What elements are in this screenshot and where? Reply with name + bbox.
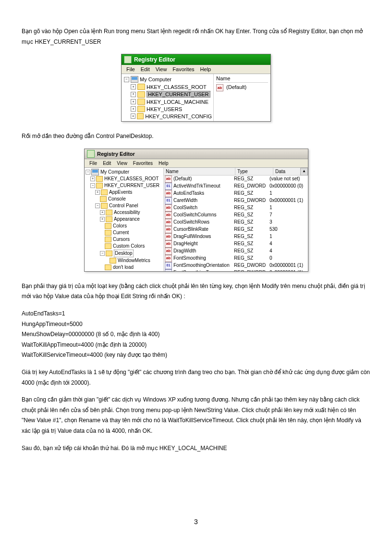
menu-view[interactable]: View — [114, 160, 130, 166]
expand-icon[interactable]: + — [90, 176, 95, 181]
expand-icon[interactable]: + — [131, 84, 136, 89]
node-label: Custom Colors — [113, 243, 145, 250]
title-bar[interactable]: Registry Editor — [122, 54, 270, 65]
expand-icon[interactable]: + — [131, 113, 135, 119]
expand-icon[interactable]: + — [131, 92, 136, 97]
string-value-icon: ab — [165, 240, 172, 248]
value-type: REG_SZ — [232, 219, 268, 226]
tree-node[interactable]: −HKEY_CURRENT_USER — [86, 182, 162, 189]
registry-editor-window-2: Registry Editor File Edit View Favorites… — [84, 149, 308, 272]
expand-icon[interactable]: + — [95, 190, 100, 195]
value-row[interactable]: abDragWidthREG_SZ4 — [164, 248, 308, 255]
tree-node[interactable]: Cursors — [86, 236, 162, 243]
menu-help[interactable]: Help — [156, 160, 172, 166]
value-row[interactable]: 01FontSmoothingOrientationREG_DWORD0x000… — [164, 262, 308, 269]
menu-file[interactable]: File — [86, 160, 100, 166]
tree-node[interactable]: GWHotKey — [86, 271, 162, 271]
column-header-name[interactable]: Name — [164, 168, 235, 175]
kv-hungapptimeout: HungAppTimeout=5000 — [22, 319, 370, 330]
column-header-name[interactable]: Name — [216, 75, 268, 83]
paragraph-6: Sau đó, bạn xử tiếp cái khoản thứ hai. Đ… — [22, 443, 370, 454]
tree-node[interactable]: WindowMetrics — [86, 257, 162, 264]
tree-node[interactable]: −Control Panel — [86, 202, 162, 209]
value-row[interactable]: abAutoEndTasksREG_SZ1 — [164, 190, 308, 197]
folder-icon — [106, 210, 112, 215]
value-row[interactable]: abDragFullWindowsREG_SZ1 — [164, 233, 308, 240]
tree-node-hkcr[interactable]: + HKEY_CLASSES_ROOT — [123, 83, 212, 90]
value-data: 530 — [268, 226, 308, 233]
folder-icon — [96, 183, 103, 188]
value-row[interactable]: abDragHeightREG_SZ4 — [164, 240, 308, 248]
menu-view[interactable]: View — [153, 66, 170, 73]
value-row[interactable]: 01CaretWidthREG_DWORD0x00000001 (1) — [164, 197, 308, 204]
tree-node[interactable]: +HKEY_CLASSES_ROOT — [86, 176, 162, 182]
expand-icon[interactable]: + — [131, 99, 136, 104]
value-row[interactable]: 01ActiveWndTrkTimeoutREG_DWORD0x00000000… — [164, 183, 308, 190]
kv-waittokillapptimeout: WaitToKillAppTimeout=4000 (mặc định là 2… — [22, 340, 370, 351]
value-row[interactable]: abCoolSwitchREG_SZ1 — [164, 204, 308, 212]
value-row[interactable]: abCoolSwitchRowsREG_SZ3 — [164, 219, 308, 226]
menu-file[interactable]: File — [123, 66, 138, 73]
tree-node-hkcc[interactable]: + HKEY_CURRENT_CONFIG — [123, 113, 212, 120]
tree-node[interactable]: −Desktop — [86, 250, 162, 257]
expand-icon[interactable]: + — [100, 210, 105, 215]
collapse-icon[interactable]: − — [95, 203, 100, 208]
value-type: REG_SZ — [232, 190, 268, 197]
tree-node[interactable]: Colors — [86, 223, 162, 229]
computer-icon — [91, 169, 99, 176]
collapse-icon[interactable]: − — [100, 251, 105, 256]
registry-editor-window-1: Registry Editor File Edit View Favorites… — [121, 54, 271, 122]
tree-node[interactable]: +Accessibility — [86, 209, 162, 216]
values-pane[interactable]: Name ab (Default) — [214, 74, 270, 121]
scroll-up-button[interactable]: ▲ — [300, 168, 308, 176]
tree-node-my-computer[interactable]: − My Computer — [123, 75, 212, 83]
menu-help[interactable]: Help — [197, 66, 214, 73]
menu-favorites[interactable]: Favorites — [170, 66, 197, 73]
value-name: DragFullWindows — [173, 233, 211, 240]
registry-tree[interactable]: −My Computer+HKEY_CLASSES_ROOT−HKEY_CURR… — [85, 168, 164, 271]
tree-node-hkcu[interactable]: + HKEY_CURRENT_USER — [123, 90, 212, 98]
menu-bar: File Edit View Favorites Help — [122, 65, 270, 74]
column-header-type[interactable]: Type — [235, 168, 273, 175]
collapse-icon[interactable]: − — [124, 77, 129, 82]
tree-node[interactable]: Current — [86, 229, 162, 236]
expand-icon[interactable]: + — [131, 106, 136, 112]
value-row[interactable]: ab(Default)REG_SZ(value not set) — [164, 176, 308, 183]
values-pane[interactable]: ▲ Name Type Data ab(Default)REG_SZ(value… — [164, 168, 308, 271]
value-name: (Default) — [226, 84, 246, 90]
paragraph-4: Giá trị key AutoEndTasks là 1 sẽ tự động… — [22, 367, 370, 388]
value-data: 0 — [268, 255, 308, 262]
tree-node-hklm[interactable]: + HKEY_LOCAL_MACHINE — [123, 98, 212, 105]
tree-node[interactable]: Custom Colors — [86, 243, 162, 250]
node-label: Control Panel — [109, 202, 138, 209]
value-row[interactable]: abCursorBlinkRateREG_SZ530 — [164, 226, 308, 233]
value-data: 1 — [268, 190, 308, 197]
expand-icon[interactable]: + — [100, 217, 105, 222]
kv-waittokillservicetimeout: WaitToKillServiceTimeout=4000 (key này đ… — [22, 350, 370, 361]
string-value-icon: ab — [165, 248, 172, 255]
node-label: WindowMetrics — [118, 257, 150, 264]
node-label: don't load — [113, 264, 134, 271]
value-row-default[interactable]: ab (Default) — [216, 84, 268, 91]
collapse-icon[interactable]: − — [90, 183, 95, 188]
tree-node-hku[interactable]: + HKEY_USERS — [123, 105, 212, 113]
tree-node[interactable]: Console — [86, 196, 162, 202]
value-row[interactable]: abFontSmoothingREG_SZ0 — [164, 255, 308, 262]
title-bar[interactable]: Registry Editor — [85, 149, 308, 159]
folder-icon — [105, 237, 111, 242]
value-type: REG_DWORD — [232, 183, 268, 190]
tree-node[interactable]: −My Computer — [86, 169, 162, 176]
tree-node[interactable]: +Appearance — [86, 216, 162, 223]
menu-edit[interactable]: Edit — [100, 160, 114, 166]
value-row[interactable]: abCoolSwitchColumnsREG_SZ7 — [164, 212, 308, 219]
node-label: Desktop — [114, 250, 134, 257]
value-data: 0x00000000 (0) — [268, 183, 308, 190]
menu-edit[interactable]: Edit — [138, 66, 153, 73]
value-name: CaretWidth — [173, 197, 197, 204]
value-row[interactable]: 01FontSmoothingTypeREG_DWORD0x00000001 (… — [164, 269, 308, 271]
menu-favorites[interactable]: Favorites — [130, 160, 156, 166]
registry-tree[interactable]: − My Computer + HKEY_CLASSES_ROOT + HKEY… — [122, 74, 214, 121]
collapse-icon[interactable]: − — [86, 170, 90, 175]
tree-node[interactable]: +AppEvents — [86, 189, 162, 196]
tree-node[interactable]: don't load — [86, 264, 162, 271]
